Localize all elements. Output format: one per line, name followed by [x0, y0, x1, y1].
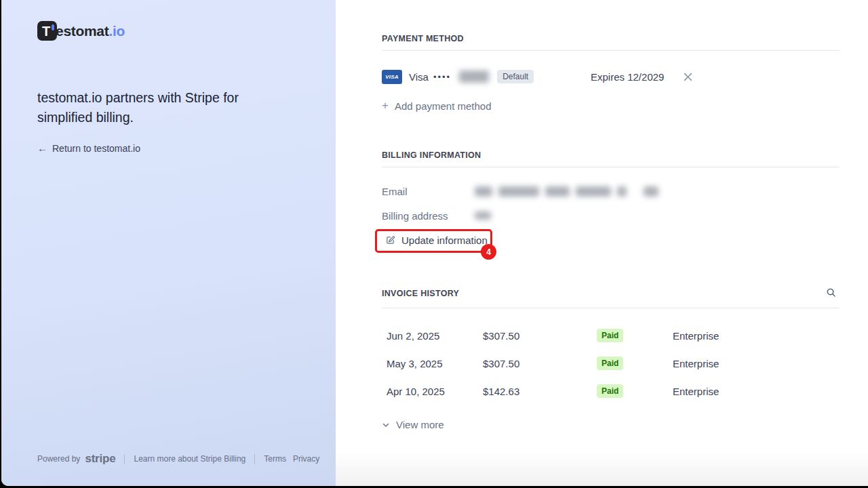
invoice-date: Jun 2, 2025 [387, 330, 439, 342]
view-more-button[interactable]: View more [382, 419, 444, 430]
invoice-plan: Enterprise [673, 330, 719, 342]
invoice-amount: $307.50 [483, 330, 519, 342]
invoice-status-badge: Paid [597, 384, 623, 398]
remove-card-button[interactable] [682, 70, 694, 83]
invoice-date: Apr 10, 2025 [387, 386, 445, 397]
footer-divider [254, 454, 255, 464]
annotation-highlight-box [375, 229, 492, 253]
payment-card-row: VISA Visa •••• Default Expires 12/2029 [382, 68, 840, 85]
annotation-step-badge: 4 [481, 244, 496, 260]
invoice-plan: Enterprise [673, 386, 719, 397]
learn-more-link[interactable]: Learn more about Stripe Billing [134, 454, 245, 464]
terms-link[interactable]: Terms [264, 454, 286, 464]
logo-letter: T [42, 24, 50, 38]
invoice-plan: Enterprise [673, 358, 719, 369]
card-number-dots: •••• [433, 72, 451, 82]
billing-portal-window: T estomat.io testomat.io partners with S… [1, 0, 868, 486]
default-badge: Default [497, 70, 534, 83]
logo-wordmark: estomat.io [56, 23, 125, 39]
search-invoices-button[interactable] [826, 287, 840, 301]
invoice-status-badge: Paid [597, 357, 623, 370]
section-divider [382, 167, 840, 167]
invoice-amount: $307.50 [483, 358, 519, 369]
email-row: Email [382, 184, 840, 198]
invoice-status-badge: Paid [597, 329, 623, 342]
card-expiry-label: Expires 12/2029 [591, 71, 664, 83]
return-to-merchant-link[interactable]: ← Return to testomat.io [37, 142, 140, 154]
invoice-amount: $142.63 [483, 386, 519, 397]
invoice-history-title: INVOICE HISTORY [382, 289, 459, 298]
redacted-card-last4 [459, 70, 489, 83]
chevron-down-icon [382, 421, 390, 429]
privacy-link[interactable]: Privacy [293, 454, 319, 464]
add-payment-method-button[interactable]: + Add payment method [382, 99, 492, 113]
main-content: PAYMENT METHOD VISA Visa •••• Default Ex… [336, 0, 868, 486]
payment-method-title: PAYMENT METHOD [382, 34, 464, 43]
stripe-logo-link[interactable]: stripe [85, 452, 115, 466]
redacted-address-value [475, 211, 491, 220]
invoice-date: May 3, 2025 [387, 358, 443, 369]
logo-wordmark-accent: .io [108, 23, 125, 39]
search-icon [826, 287, 836, 298]
testomat-logo: T estomat.io [37, 21, 125, 41]
return-link-label: Return to testomat.io [52, 143, 140, 154]
redacted-email-value [475, 186, 658, 197]
billing-address-row: Billing address [382, 209, 840, 222]
sidebar-footer: Powered by stripe Learn more about Strip… [37, 452, 319, 466]
footer-divider [124, 454, 125, 464]
arrow-left-icon: ← [37, 142, 47, 154]
logo-tick-accent [52, 24, 54, 30]
card-brand-label: Visa [409, 71, 429, 83]
section-divider [382, 50, 840, 51]
powered-by-label: Powered by [37, 454, 80, 464]
close-icon [684, 73, 692, 81]
billing-information-title: BILLING INFORMATION [382, 150, 481, 160]
visa-card-icon: VISA [382, 70, 402, 84]
section-divider [382, 308, 840, 308]
invoice-row[interactable]: May 3, 2025 $307.50 Paid Enterprise [382, 358, 840, 373]
partner-headline: testomat.io partners with Stripe for sim… [37, 88, 241, 127]
view-more-label: View more [396, 419, 444, 430]
billing-address-label: Billing address [382, 210, 475, 222]
invoice-row[interactable]: Apr 10, 2025 $142.63 Paid Enterprise [382, 386, 840, 401]
testomat-logo-icon: T [37, 21, 57, 41]
invoice-row[interactable]: Jun 2, 2025 $307.50 Paid Enterprise [382, 330, 840, 345]
sidebar: T estomat.io testomat.io partners with S… [1, 0, 336, 486]
add-payment-method-label: Add payment method [395, 100, 492, 112]
plus-icon: + [382, 99, 389, 113]
email-label: Email [382, 186, 475, 197]
